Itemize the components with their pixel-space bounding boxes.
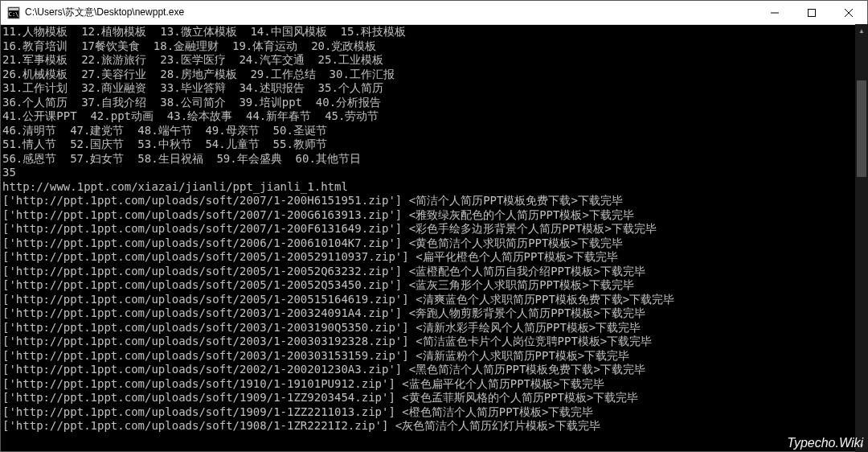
console-line: 11.人物模板 12.植物模板 13.微立体模板 14.中国风模板 15.科技模… xyxy=(2,25,866,39)
console-line: 51.情人节 52.国庆节 53.中秋节 54.儿童节 55.教师节 xyxy=(2,138,866,152)
console-line: 56.感恩节 57.妇女节 58.生日祝福 59.年会盛典 60.其他节日 xyxy=(2,152,866,166)
minimize-button[interactable] xyxy=(756,1,793,24)
svg-rect-1 xyxy=(9,8,18,10)
console-output[interactable]: 11.人物模板 12.植物模板 13.微立体模板 14.中国风模板 15.科技模… xyxy=(1,25,867,451)
console-line: ['http://ppt.1ppt.com/uploads/soft/2007/… xyxy=(2,222,866,236)
console-line: ['http://ppt.1ppt.com/uploads/soft/2003/… xyxy=(2,306,866,321)
svg-text:C:\: C:\ xyxy=(9,11,19,18)
console-line: ['http://ppt.1ppt.com/uploads/soft/2003/… xyxy=(2,349,866,364)
scrollbar[interactable]: ▲ ▼ xyxy=(855,24,868,452)
console-line: 46.清明节 47.建党节 48.端午节 49.母亲节 50.圣诞节 xyxy=(2,124,866,138)
console-line: 36.个人简历 37.自我介绍 38.公司简介 39.培训ppt 40.分析报告 xyxy=(2,96,866,110)
window-controls xyxy=(756,1,867,24)
scrollbar-thumb[interactable] xyxy=(857,80,866,177)
console-line: ['http://ppt.1ppt.com/uploads/soft/1909/… xyxy=(2,405,866,420)
console-line: ['http://ppt.1ppt.com/uploads/soft/1908/… xyxy=(2,419,866,434)
app-window: C:\ C:\Users\苏文意\Desktop\newppt.exe 11.人… xyxy=(0,0,868,452)
console-line: ['http://ppt.1ppt.com/uploads/soft/1910/… xyxy=(2,377,866,392)
close-button[interactable] xyxy=(830,1,867,24)
console-line: ['http://ppt.1ppt.com/uploads/soft/2002/… xyxy=(2,363,866,377)
console-line: ['http://ppt.1ppt.com/uploads/soft/2005/… xyxy=(2,278,866,293)
console-line: http://www.1ppt.com/xiazai/jianli/ppt_ji… xyxy=(2,180,866,195)
console-line: 26.机械模板 27.美容行业 28.房地产模板 29.工作总结 30.工作汇报 xyxy=(2,68,866,82)
console-line: ['http://ppt.1ppt.com/uploads/soft/2005/… xyxy=(2,265,866,279)
console-line: 35 xyxy=(2,166,866,180)
watermark: Typecho.Wiki xyxy=(787,436,863,450)
console-line: ['http://ppt.1ppt.com/uploads/soft/2006/… xyxy=(2,236,866,251)
console-line: 16.教育培训 17餐饮美食 18.金融理财 19.体育运动 20.党政模板 xyxy=(2,39,866,54)
console-line: ['http://ppt.1ppt.com/uploads/soft/2005/… xyxy=(2,250,866,265)
console-line: ['http://ppt.1ppt.com/uploads/soft/2003/… xyxy=(2,321,866,335)
minimize-icon xyxy=(771,9,779,17)
app-icon: C:\ xyxy=(7,6,20,19)
scroll-up-arrow[interactable]: ▲ xyxy=(855,24,868,37)
window-title: C:\Users\苏文意\Desktop\newppt.exe xyxy=(25,6,756,19)
titlebar[interactable]: C:\ C:\Users\苏文意\Desktop\newppt.exe xyxy=(1,1,867,25)
console-line: 31.工作计划 32.商业融资 33.毕业答辩 34.述职报告 35.个人简历 xyxy=(2,81,866,96)
close-icon xyxy=(845,9,853,17)
console-line: 21.军事模板 22.旅游旅行 23.医学医疗 24.汽车交通 25.工业模板 xyxy=(2,53,866,68)
console-line: ['http://ppt.1ppt.com/uploads/soft/1909/… xyxy=(2,391,866,405)
console-line: ['http://ppt.1ppt.com/uploads/soft/2005/… xyxy=(2,293,866,307)
console-line: ['http://ppt.1ppt.com/uploads/soft/2003/… xyxy=(2,335,866,349)
console-line: ['http://ppt.1ppt.com/uploads/soft/2007/… xyxy=(2,194,866,208)
svg-rect-4 xyxy=(809,9,816,16)
console-line: 41.公开课PPT 42.ppt动画 43.绘本故事 44.新年春节 45.劳动… xyxy=(2,109,866,124)
maximize-button[interactable] xyxy=(793,1,830,24)
console-line: ['http://ppt.1ppt.com/uploads/soft/2007/… xyxy=(2,208,866,223)
maximize-icon xyxy=(808,9,816,17)
